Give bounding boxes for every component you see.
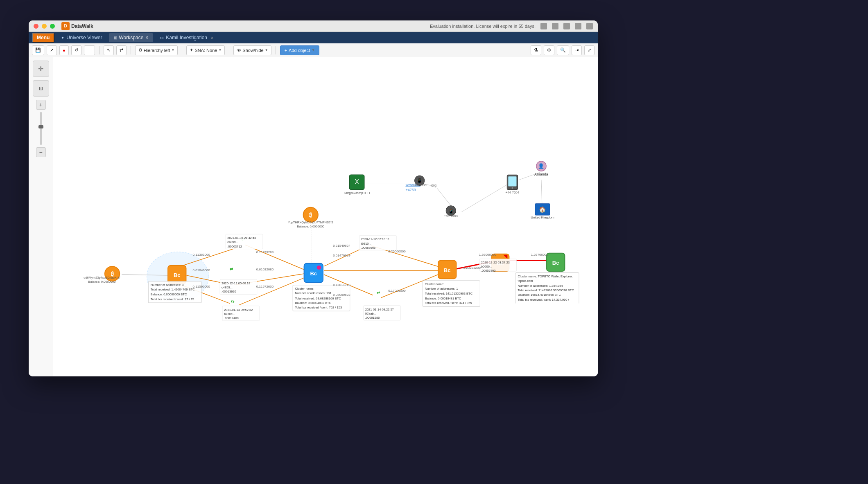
org-label: org [431, 183, 436, 187]
settings-icon[interactable] [540, 23, 547, 29]
svg-text:.00091585: .00091585 [365, 316, 380, 320]
zoom-in-btn[interactable]: + [36, 100, 46, 110]
pan-control[interactable]: ✛ [33, 61, 49, 77]
investigation-close[interactable]: × [211, 36, 213, 40]
export-btn[interactable]: ↗ [47, 45, 57, 55]
svg-text:t9310...: t9310... [361, 242, 371, 245]
graph-canvas[interactable]: ⇄ ⇄ ⇄ ⇄ ⇄ ⇄ ⇄ ⇄ ₿ dd6Mym23p4suS0ndqKr8f … [53, 57, 598, 376]
phone2-phone3 [462, 182, 511, 212]
svg-text:0.23232200: 0.23232200 [463, 266, 481, 270]
svg-text:b0006...: b0006... [481, 265, 492, 268]
svg-text:c4859...: c4859... [222, 286, 233, 289]
svg-text:0.20000000: 0.20000000 [388, 250, 406, 253]
node-excel[interactable]: X [349, 175, 364, 189]
menu-button[interactable]: Menu [32, 33, 54, 43]
showhide-dropdown[interactable]: 👁 Show/hide ▼ [233, 45, 271, 55]
node-bc2[interactable]: Bc [304, 263, 323, 282]
sna-icon: ✦ [190, 47, 193, 53]
svg-text:₿: ₿ [309, 212, 312, 218]
fit-control[interactable]: ⊡ [33, 80, 49, 97]
svg-text:2021-01-14 09:22:57: 2021-01-14 09:22:57 [365, 308, 394, 311]
svg-text:⇄: ⇄ [230, 267, 233, 271]
cursor-btn[interactable]: ↖ [104, 45, 114, 55]
svg-text:www.in...: www.in... [405, 182, 420, 187]
filter-btn[interactable]: ⚗ [531, 45, 541, 55]
svg-text:b730c...: b730c... [224, 312, 235, 316]
minimize-button[interactable] [42, 24, 47, 29]
btc1-label: dd6Mym23p4suS0ndqKr8f [84, 276, 120, 279]
node-bc3[interactable]: Bc [438, 261, 456, 279]
record-btn[interactable]: ● [59, 45, 69, 55]
excel-label: KbrgdS0hmpTHH [344, 191, 370, 195]
refresh-btn[interactable]: ↺ [71, 45, 81, 55]
node-phone3[interactable] [507, 175, 518, 189]
svg-text:0.11590000: 0.11590000 [193, 285, 210, 288]
universe-viewer-tab[interactable]: ✦ Universe Viewer [56, 33, 107, 42]
svg-point-16 [317, 266, 321, 270]
workspace-label: Workspace [119, 35, 144, 41]
svg-text:Bc: Bc [310, 270, 317, 277]
amanda-label: Amanda [534, 172, 549, 176]
user-icon[interactable] [586, 23, 593, 29]
zoom-slider[interactable] [40, 112, 42, 145]
svg-text:2020-12-12 05:00:18: 2020-12-12 05:00:18 [222, 281, 250, 285]
separator-5 [276, 46, 276, 54]
bc5-info: Cluster name: TOPBTC Wallet Explorer: to… [515, 272, 579, 304]
zoom-out-btn[interactable]: − [36, 147, 46, 157]
svg-text:0.01046000: 0.01046000 [193, 268, 210, 272]
minimize-btn[interactable]: — [84, 45, 95, 55]
config-btn[interactable]: ⚙ [544, 45, 554, 55]
svg-text:1.36000000: 1.36000000 [479, 253, 497, 257]
transaction-labels: 2021-01-03 21:42:43 c4859... .00003712 2… [220, 234, 516, 321]
svg-text:2021-01-03 21:42:43: 2021-01-03 21:42:43 [227, 236, 256, 240]
svg-text:0.61032080: 0.61032080 [256, 268, 274, 271]
save-btn[interactable]: 💾 [32, 45, 44, 55]
node-uk[interactable]: 🏠 [535, 204, 550, 215]
hierarchy-icon: ⚙ [138, 47, 142, 53]
universe-viewer-label: Universe Viewer [66, 35, 102, 41]
sna-label: SNA: None [194, 48, 217, 53]
link-btn[interactable]: ⇥ [572, 45, 582, 55]
workspace-close[interactable]: × [145, 35, 148, 41]
node-www[interactable]: www.in... +4759 [405, 182, 420, 191]
expand-btn[interactable]: ⤢ [584, 45, 594, 55]
add-object-btn[interactable]: + Add object ▼ [280, 45, 319, 55]
svg-text:🏠: 🏠 [539, 206, 546, 213]
svg-text:⇄: ⇄ [377, 290, 380, 295]
zoom-handle[interactable] [38, 125, 43, 128]
node-btc2[interactable]: ₿ [303, 207, 318, 222]
graph-svg: ⇄ ⇄ ⇄ ⇄ ⇄ ⇄ ⇄ ⇄ ₿ dd6Mym23p4suS0ndqKr8f … [53, 57, 598, 376]
investigation-label: Kamil Investigation [166, 35, 207, 41]
svg-text:0.17000000: 0.17000000 [388, 289, 406, 293]
connect-btn[interactable]: ⇄ [116, 45, 127, 55]
svg-text:c4859...: c4859... [227, 240, 238, 244]
svg-text:.00013920: .00013920 [222, 290, 236, 293]
sna-dropdown[interactable]: ✦ SNA: None ▼ [186, 45, 225, 55]
svg-text:2020-12-22 03:37:23: 2020-12-22 03:37:23 [481, 261, 510, 264]
svg-rect-33 [508, 176, 516, 186]
hierarchy-dropdown[interactable]: ⚙ Hierarchy left ▼ [135, 45, 178, 55]
add-icon: + [285, 48, 287, 53]
maximize-button[interactable] [50, 24, 55, 29]
node-amanda[interactable]: 👤 [536, 161, 546, 171]
investigation-tab[interactable]: ⊶ Kamil Investigation × [155, 33, 218, 42]
workspace-tab[interactable]: ⊞ Workspace × [109, 33, 154, 42]
svg-text:Bc: Bc [552, 260, 559, 266]
separator-4 [229, 46, 229, 54]
node-bc5[interactable]: Bc [547, 253, 565, 271]
svg-text:.00068665: .00068665 [361, 246, 376, 250]
svg-text:⇄: ⇄ [230, 298, 235, 304]
export-icon[interactable] [552, 23, 558, 29]
svg-text:97aab...: 97aab... [365, 312, 376, 315]
close-button[interactable] [34, 24, 38, 29]
left-panel: ✛ ⊡ + − [29, 57, 53, 376]
download-icon[interactable] [575, 23, 581, 29]
sna-chevron: ▼ [218, 48, 222, 52]
app-window: D DataWalk Evaluation installation. Lice… [29, 20, 598, 376]
notification-icon[interactable] [563, 23, 570, 29]
svg-text:0.11572600: 0.11572600 [256, 285, 274, 288]
separator-3 [182, 46, 182, 54]
svg-text:0.13011778: 0.13011778 [333, 283, 350, 287]
search-btn[interactable]: 🔍 [557, 45, 569, 55]
hierarchy-label: Hierarchy left [144, 48, 170, 53]
